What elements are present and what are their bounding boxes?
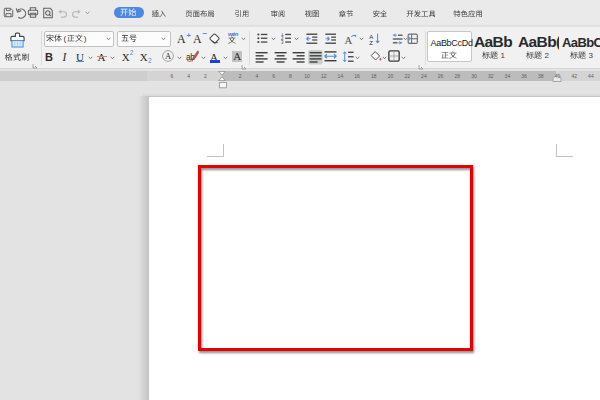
svg-text:Z: Z — [369, 40, 373, 45]
svg-text:A: A — [345, 34, 353, 45]
svg-text:A: A — [165, 51, 172, 61]
svg-text:A: A — [369, 33, 373, 39]
svg-text:3: 3 — [281, 40, 284, 44]
